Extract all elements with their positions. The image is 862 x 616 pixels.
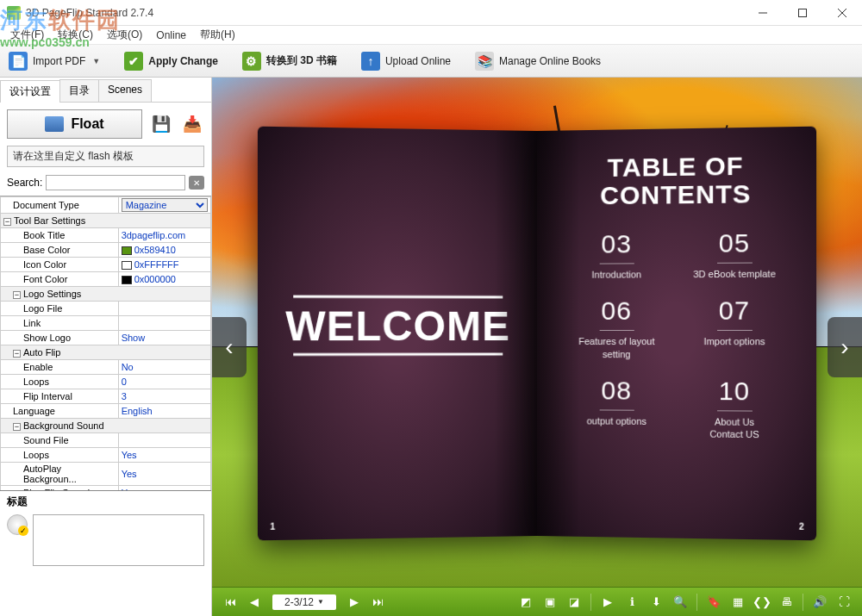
maximize-button[interactable]	[783, 0, 822, 26]
search-input[interactable]	[46, 175, 185, 190]
titlebar: 3D PageFlip Standard 2.7.4	[0, 0, 862, 26]
apply-change-button[interactable]: ✔ Apply Change	[124, 52, 218, 71]
menu-help[interactable]: 帮助(H)	[195, 26, 240, 44]
book-icon	[45, 116, 64, 132]
autoplay-icon[interactable]: ▶	[598, 593, 617, 612]
property-grid[interactable]: Document TypeMagazine −Tool Bar Settings…	[0, 196, 211, 490]
upload-icon: ↑	[361, 52, 380, 71]
convert-3d-button[interactable]: ⚙ 转换到 3D 书籍	[242, 52, 337, 71]
side-panel: 设计设置 目录 Scenes Float 💾 📥 请在这里自定义 flash 模…	[0, 78, 212, 616]
import-icon: 📄	[9, 52, 28, 71]
search-label: Search:	[7, 177, 42, 189]
db-icon	[7, 514, 28, 535]
save-template-button[interactable]: 💾	[149, 112, 173, 136]
template-hint: 请在这里自定义 flash 模板	[7, 146, 204, 167]
desc-textarea[interactable]	[33, 514, 204, 566]
desc-title: 标题	[7, 495, 204, 509]
manage-books-button[interactable]: 📚 Manage Online Books	[475, 52, 601, 71]
window-title: 3D PageFlip Standard 2.7.4	[26, 7, 153, 19]
toc-item: 07Import options	[679, 296, 790, 360]
minimize-button[interactable]	[743, 0, 783, 26]
doc-type-select[interactable]: Magazine	[122, 198, 208, 212]
manage-icon: 📚	[475, 52, 494, 71]
menu-online[interactable]: Online	[151, 28, 191, 43]
last-page-icon[interactable]: ⏭	[369, 593, 388, 612]
menu-options[interactable]: 选项(O)	[102, 26, 147, 44]
sound-icon[interactable]: 🔊	[810, 593, 829, 612]
menu-convert[interactable]: 转换(C)	[53, 26, 98, 44]
first-page-icon[interactable]: ⏮	[221, 593, 240, 612]
menu-file[interactable]: 文件(F)	[5, 26, 49, 44]
page-indicator[interactable]: 2-3/12▼	[272, 594, 336, 610]
app-icon	[7, 6, 21, 20]
info-icon[interactable]: ℹ	[622, 593, 641, 612]
collapse-icon[interactable]: −	[3, 218, 11, 226]
import-template-button[interactable]: 📥	[180, 112, 204, 136]
prev-page-icon[interactable]: ◀	[245, 593, 264, 612]
prev-page-arrow[interactable]: ‹	[212, 317, 247, 377]
thumbnails-icon[interactable]: ▦	[728, 593, 747, 612]
svg-rect-1	[799, 9, 807, 17]
tilt-left-icon[interactable]: ◩	[516, 593, 535, 612]
bookmark-icon[interactable]: 🔖	[704, 593, 723, 612]
toc-item: 03Introduction	[563, 229, 671, 281]
close-button[interactable]	[822, 0, 862, 26]
download-icon[interactable]: ⬇	[646, 593, 665, 612]
gear-icon: ⚙	[242, 52, 261, 71]
menu-bar: 文件(F) 转换(C) 选项(O) Online 帮助(H)	[0, 26, 862, 45]
tab-design[interactable]: 设计设置	[0, 80, 60, 103]
next-page-arrow[interactable]: ›	[828, 317, 862, 377]
import-pdf-button[interactable]: 📄 Import PDF▼	[9, 52, 100, 71]
tab-scenes[interactable]: Scenes	[98, 79, 152, 102]
toc-heading: TABLE OF CONTENTS	[537, 151, 816, 209]
tilt-right-icon[interactable]: ◪	[565, 593, 584, 612]
preview-area: ‹ › WELCOME 1 TABLE OF CONTENTS 03Introd…	[212, 78, 862, 616]
share-icon[interactable]: ❮❯	[753, 593, 771, 612]
toc-item: 08output options	[563, 376, 671, 440]
toc-item: 06Features of layout setting	[563, 296, 671, 360]
toc-item: 053D eBook template	[679, 228, 790, 281]
fullscreen-icon[interactable]: ⛶	[834, 593, 853, 612]
book-preview[interactable]: WELCOME 1 TABLE OF CONTENTS 03Introducti…	[261, 131, 813, 536]
tab-toc[interactable]: 目录	[59, 79, 99, 102]
player-bar: ⏮ ◀ 2-3/12▼ ▶ ⏭ ◩ ▣ ◪ ▶ ℹ ⬇ 🔍 🔖 ▦ ❮❯ 🖶 🔊…	[212, 587, 862, 616]
next-page-icon[interactable]: ▶	[345, 593, 364, 612]
print-icon[interactable]: 🖶	[777, 593, 796, 612]
upload-online-button[interactable]: ↑ Upload Online	[361, 52, 451, 71]
clear-search-icon[interactable]: ✕	[189, 176, 204, 190]
apply-icon: ✔	[124, 52, 143, 71]
float-template-button[interactable]: Float	[7, 109, 142, 139]
side-tabs: 设计设置 目录 Scenes	[0, 78, 211, 103]
welcome-text: WELCOME	[258, 301, 537, 349]
toc-item: 10About Us Contact US	[679, 376, 790, 441]
reset-view-icon[interactable]: ▣	[540, 593, 559, 612]
main-toolbar: 📄 Import PDF▼ ✔ Apply Change ⚙ 转换到 3D 书籍…	[0, 45, 862, 78]
zoom-icon[interactable]: 🔍	[671, 593, 690, 612]
